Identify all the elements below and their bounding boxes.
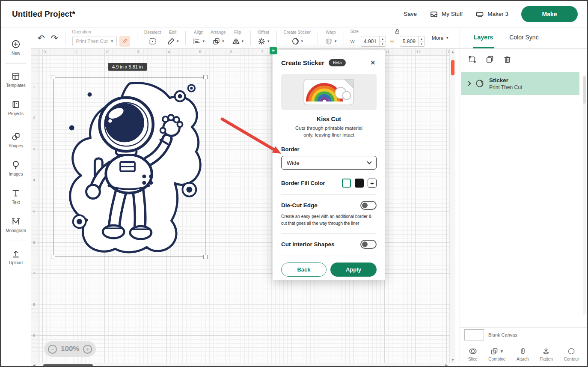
sidebar-divider <box>5 241 27 241</box>
sidebar-item-images[interactable]: Images <box>1 154 31 182</box>
group-icon[interactable] <box>468 55 477 64</box>
tab-layers[interactable]: Layers <box>473 27 494 48</box>
my-stuff-button[interactable]: My Stuff <box>430 10 463 18</box>
border-select[interactable]: Wide <box>281 156 377 170</box>
width-step-down[interactable]: ▾ <box>380 42 386 46</box>
sidebar-item-projects[interactable]: Projects <box>1 94 31 122</box>
astronaut-sticker-image[interactable] <box>53 78 206 257</box>
zoom-in-button[interactable]: + <box>83 345 92 354</box>
toggle-knob <box>362 203 368 208</box>
selection-box[interactable] <box>53 77 205 257</box>
project-title: Untitled Project* <box>12 9 75 19</box>
sidebar-item-monogram[interactable]: Monogram <box>1 211 31 239</box>
attach-button[interactable]: Attach <box>517 347 529 361</box>
contour-button[interactable]: Contour <box>564 347 579 361</box>
ruler-label: 5 <box>199 50 201 54</box>
beta-flag-icon: ⚑ <box>270 47 277 54</box>
horizontal-ruler: 0 1 2 3 4 5 6 7 8 9 10 11 12 13 <box>39 49 449 56</box>
sidebar-item-new[interactable]: New <box>1 33 31 62</box>
make-button[interactable]: Make <box>521 6 578 22</box>
fill-color-black-swatch[interactable] <box>355 179 364 188</box>
operation-edit-chip[interactable] <box>119 36 130 47</box>
height-step-down[interactable]: ▾ <box>419 42 425 46</box>
horizontal-scrollbar[interactable]: ◀ ▶ <box>31 363 449 367</box>
toolbar-divider <box>276 31 277 45</box>
selection-handle[interactable] <box>203 255 208 259</box>
close-icon[interactable]: ✕ <box>369 58 377 68</box>
fill-color-white-swatch[interactable] <box>342 179 351 188</box>
chevron-right-icon[interactable] <box>466 81 471 86</box>
flatten-button[interactable]: Flatten <box>540 347 553 361</box>
vertical-scrollbar[interactable]: ▲ ▼ <box>449 49 455 363</box>
machine-select-button[interactable]: Maker 3 <box>475 10 508 18</box>
scroll-left-arrow[interactable]: ◀ <box>33 364 35 367</box>
add-color-button[interactable]: + <box>368 179 377 188</box>
more-menu-button[interactable]: More▼ <box>432 35 449 41</box>
apply-button[interactable]: Apply <box>330 263 377 277</box>
sidebar-item-templates[interactable]: Templates <box>1 66 31 94</box>
attach-icon <box>518 347 527 355</box>
zoom-out-button[interactable]: − <box>48 345 57 354</box>
slice-button[interactable]: Slice <box>468 347 478 361</box>
sidebar-divider <box>5 63 27 64</box>
redo-button[interactable]: ↷ <box>48 32 61 44</box>
sidebar-item-upload[interactable]: Upload <box>1 243 31 271</box>
height-step-up[interactable]: ▴ <box>419 36 425 42</box>
save-button[interactable]: Save <box>404 11 417 17</box>
operation-select[interactable]: Print Then Cut▾ <box>72 36 117 46</box>
selection-handle[interactable] <box>51 255 55 259</box>
tab-color-sync[interactable]: Color Sync <box>508 27 539 48</box>
ruler-label: 6 <box>33 240 35 245</box>
selection-handle[interactable] <box>51 75 55 79</box>
combine-icon <box>490 347 499 355</box>
edit-menu-button[interactable]: Edit ▾ <box>164 30 182 46</box>
sidebar-item-shapes[interactable]: Shapes <box>1 126 31 154</box>
toggle-knob <box>362 242 368 247</box>
flip-menu-button[interactable]: Flip ▾ <box>229 30 247 46</box>
offset-menu-button[interactable]: Offset ▾ <box>255 30 273 46</box>
layer-item-sticker[interactable]: Sticker Print Then Cut <box>461 72 579 95</box>
align-menu-button[interactable]: Align ▾ <box>190 30 208 46</box>
warp-icon <box>325 37 333 45</box>
back-button[interactable]: Back <box>281 263 327 277</box>
warp-menu-button[interactable]: Warp ▾ <box>322 30 340 46</box>
scroll-right-arrow[interactable]: ▶ <box>445 364 448 367</box>
ruler-label: 7 <box>261 50 263 54</box>
design-canvas[interactable]: 0 1 2 3 4 5 6 7 8 9 10 11 12 13 1 2 3 4 … <box>31 49 461 367</box>
panel-scrollbar[interactable] <box>583 75 586 315</box>
zoom-level: 100% <box>61 345 79 353</box>
toolbar-divider <box>318 31 318 45</box>
pencil-icon <box>167 37 175 45</box>
trash-icon[interactable] <box>503 55 512 64</box>
lock-icon[interactable] <box>394 28 401 35</box>
arrange-icon <box>212 37 220 45</box>
height-input[interactable]: 5.809 ▴▾ <box>400 36 425 47</box>
scroll-down-arrow[interactable]: ▼ <box>450 358 456 361</box>
ruler-label: 1 <box>75 50 77 54</box>
canvas-color-swatch[interactable] <box>464 329 484 340</box>
width-step-up[interactable]: ▴ <box>380 36 386 42</box>
sidebar-divider <box>5 124 27 124</box>
die-cut-edge-toggle[interactable] <box>360 201 377 210</box>
divider <box>281 194 377 195</box>
panel-scroll-thumb[interactable] <box>583 76 586 104</box>
undo-button[interactable]: ↶ <box>35 32 48 44</box>
selection-handle[interactable] <box>203 75 208 79</box>
deselect-button[interactable]: Deselect <box>141 30 164 46</box>
horizontal-scroll-thumb[interactable] <box>43 364 93 367</box>
duplicate-icon[interactable] <box>485 55 494 64</box>
flatten-icon <box>542 347 550 355</box>
deselect-icon <box>148 37 157 45</box>
combine-button[interactable]: ▼ Combine <box>488 347 505 361</box>
create-sticker-menu-button[interactable]: Create Sticker ▾ <box>281 30 314 46</box>
arrange-menu-button[interactable]: Arrange ▾ <box>208 30 229 46</box>
upload-icon <box>11 249 21 258</box>
width-input[interactable]: 4.901 ▴▾ <box>361 36 386 47</box>
minus-icon: − <box>50 346 54 352</box>
cut-interior-shapes-toggle[interactable] <box>360 240 377 249</box>
ruler-label: 4 <box>168 50 170 54</box>
scroll-up-arrow[interactable]: ▲ <box>450 50 456 53</box>
size-tooltip: 4.9 in x 5.81 in <box>108 63 147 71</box>
sidebar-item-text[interactable]: Text <box>1 182 31 211</box>
vertical-scroll-thumb[interactable] <box>451 60 454 75</box>
